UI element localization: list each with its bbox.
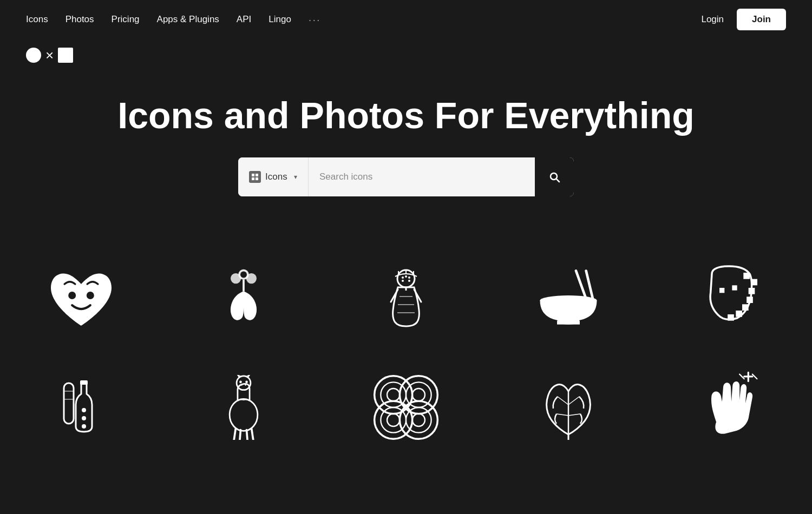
svg-line-70	[568, 414, 580, 416]
svg-line-67	[558, 397, 568, 405]
spiral-pattern-icon-item[interactable]	[357, 364, 455, 451]
svg-point-44	[230, 399, 258, 431]
svg-line-52	[247, 430, 248, 439]
svg-point-45	[237, 376, 251, 390]
svg-point-12	[408, 280, 410, 282]
login-button[interactable]: Login	[701, 14, 724, 25]
svg-point-43	[82, 424, 86, 429]
logo-square	[58, 48, 73, 63]
svg-rect-34	[719, 288, 724, 293]
search-type-label: Icons	[265, 172, 287, 182]
waving-hand-icon-item[interactable]	[682, 364, 780, 451]
pixel-head-icon	[693, 261, 769, 337]
svg-line-53	[252, 429, 254, 439]
search-icon	[548, 170, 561, 183]
bowl-chopsticks-icon-item[interactable]	[520, 256, 617, 342]
svg-point-8	[402, 276, 404, 279]
search-input[interactable]	[309, 157, 535, 196]
svg-point-9	[405, 275, 407, 278]
logo-x: ×	[45, 48, 54, 62]
hero-title: Icons and Photos For Everything	[26, 95, 786, 136]
hero-section: Icons and Photos For Everything Icons ▾	[0, 63, 812, 218]
monstera-leaf-icon	[536, 375, 601, 440]
svg-point-56	[387, 388, 400, 401]
svg-point-64	[406, 407, 431, 433]
search-type-selector[interactable]: Icons ▾	[238, 157, 309, 196]
search-bar: Icons ▾	[238, 157, 574, 196]
logo-area: ×	[0, 39, 812, 63]
svg-point-10	[408, 276, 410, 279]
svg-rect-36	[64, 383, 74, 424]
svg-line-51	[240, 430, 241, 439]
bowl-chopsticks-icon	[531, 261, 606, 337]
nav-more-button[interactable]: ···	[309, 14, 321, 26]
nav-links: Icons Photos Pricing Apps & Plugins API …	[26, 14, 701, 26]
llama-icon	[211, 375, 276, 440]
logo[interactable]: ×	[26, 48, 786, 63]
svg-rect-26	[557, 321, 580, 325]
svg-point-41	[82, 408, 86, 412]
navigation: Icons Photos Pricing Apps & Plugins API …	[0, 0, 812, 39]
svg-point-49	[245, 384, 246, 386]
icons-row-1	[0, 245, 812, 353]
svg-line-69	[556, 414, 568, 416]
nav-item-lingo[interactable]: Lingo	[269, 14, 291, 25]
nav-item-apps[interactable]: Apps & Plugins	[157, 14, 219, 25]
svg-point-5	[240, 271, 247, 278]
spiral-pattern-icon	[368, 370, 444, 445]
lungs-flower-icon-item[interactable]	[195, 256, 292, 342]
pixel-head-icon-item[interactable]	[682, 256, 780, 342]
svg-point-65	[412, 413, 425, 426]
lab-bottles-icon	[49, 375, 114, 440]
svg-point-62	[387, 413, 400, 426]
nav-item-pricing[interactable]: Pricing	[112, 14, 140, 25]
svg-point-4	[246, 273, 257, 284]
icons-type-icon	[249, 171, 261, 183]
svg-point-3	[231, 273, 241, 284]
join-button[interactable]: Join	[737, 9, 786, 30]
chevron-down-icon: ▾	[294, 173, 297, 181]
waving-hand-icon	[693, 370, 769, 445]
traditional-woman-icon-item[interactable]	[357, 256, 455, 342]
svg-rect-27	[743, 273, 750, 279]
heart-face-icon	[43, 261, 119, 337]
search-button[interactable]	[535, 157, 574, 196]
svg-rect-30	[746, 296, 753, 303]
svg-rect-35	[732, 285, 737, 290]
svg-rect-28	[751, 279, 757, 285]
svg-rect-40	[80, 380, 88, 385]
svg-point-1	[87, 292, 94, 299]
svg-point-48	[241, 384, 243, 386]
svg-point-24	[540, 295, 597, 306]
svg-point-11	[402, 280, 404, 282]
lab-bottles-icon-item[interactable]	[32, 364, 130, 451]
icons-row-2	[0, 353, 812, 462]
lungs-flower-icon	[211, 267, 276, 332]
nav-item-api[interactable]: API	[237, 14, 251, 25]
svg-line-50	[234, 429, 236, 439]
heart-face-icon-item[interactable]	[32, 256, 130, 342]
nav-item-photos[interactable]: Photos	[66, 14, 94, 25]
svg-rect-31	[742, 304, 749, 311]
svg-rect-29	[749, 288, 755, 294]
monstera-leaf-icon-item[interactable]	[520, 364, 617, 451]
svg-point-0	[68, 292, 76, 299]
svg-point-47	[245, 380, 248, 383]
svg-line-68	[568, 397, 579, 405]
svg-point-59	[412, 388, 425, 401]
traditional-woman-icon	[374, 267, 438, 332]
svg-rect-32	[736, 311, 742, 317]
nav-item-icons[interactable]: Icons	[26, 14, 48, 25]
nav-auth: Login Join	[701, 9, 786, 30]
logo-circle	[26, 48, 41, 63]
svg-point-42	[82, 416, 86, 420]
llama-icon-item[interactable]	[195, 364, 292, 451]
svg-point-46	[239, 380, 242, 383]
svg-rect-33	[728, 314, 734, 321]
icons-showcase	[0, 245, 812, 462]
